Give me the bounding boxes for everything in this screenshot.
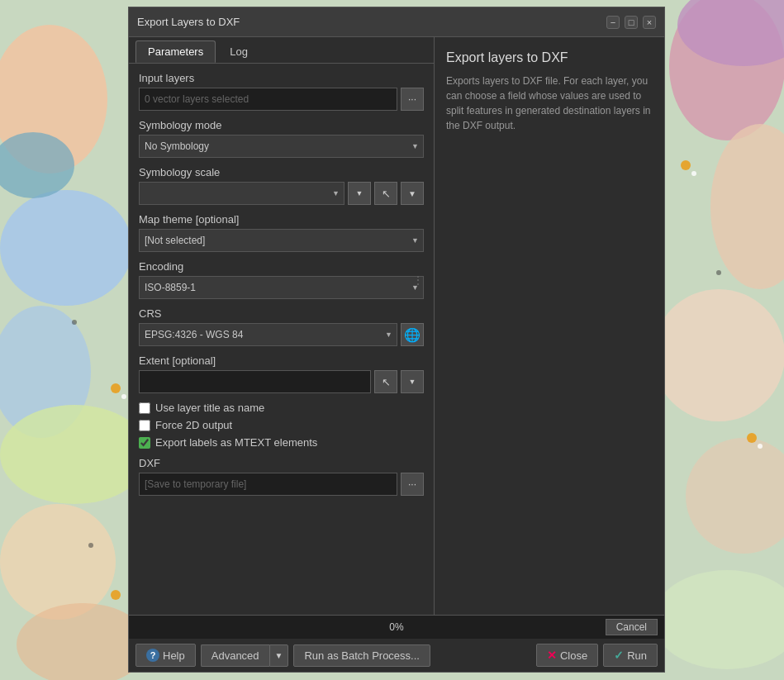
- svg-point-5: [0, 504, 116, 620]
- symbology-scale-group: Symbology scale 1:1000000 ▼ ↖ ▼: [139, 166, 424, 205]
- crs-select[interactable]: EPSG:4326 - WGS 84 EPSG:3857 - WGS 84 / …: [139, 323, 397, 346]
- title-bar: Export Layers to DXF − □ ×: [129, 7, 664, 37]
- close-x-icon: ✕: [547, 649, 557, 662]
- dialog-title: Export Layers to DXF: [137, 16, 240, 28]
- help-button-label: Help: [163, 649, 185, 662]
- svg-point-12: [681, 160, 691, 170]
- encoding-label: Encoding: [139, 260, 424, 273]
- dxf-browse-button[interactable]: ···: [401, 473, 424, 496]
- svg-point-21: [716, 270, 721, 275]
- help-title: Export layers to DXF: [446, 50, 653, 65]
- svg-point-13: [691, 171, 696, 176]
- help-description: Exports layers to DXF file. For each lay…: [446, 74, 653, 133]
- encoding-select[interactable]: ISO-8859-1 UTF-8 System: [139, 276, 424, 299]
- encoding-drag-handle: ⋮: [412, 273, 422, 287]
- scale-extra-button[interactable]: ▼: [401, 182, 424, 205]
- extent-label: Extent [optional]: [139, 354, 424, 367]
- check-use-layer-title-row: Use layer title as name: [139, 402, 424, 414]
- symbology-scale-row: 1:1000000 ▼ ↖ ▼: [139, 182, 424, 205]
- extent-row: Not set ↖ ▼: [139, 370, 424, 393]
- symbology-scale-label: Symbology scale: [139, 166, 424, 178]
- check-force-2d[interactable]: [139, 420, 150, 431]
- map-theme-select-wrapper: [Not selected]: [139, 229, 424, 252]
- help-button[interactable]: ? Help: [135, 644, 196, 667]
- progress-bar-container: 0% Cancel: [129, 616, 664, 639]
- dxf-group: DXF ···: [139, 457, 424, 496]
- input-layers-browse-button[interactable]: ···: [401, 88, 424, 111]
- encoding-group: Encoding ISO-8859-1 UTF-8 System ⋮: [139, 260, 424, 299]
- check-export-labels[interactable]: [139, 437, 150, 449]
- scale-input[interactable]: 1:1000000: [139, 182, 344, 205]
- map-theme-label: Map theme [optional]: [139, 213, 424, 226]
- cursor-icon: ↖: [382, 188, 391, 200]
- crs-group: CRS EPSG:4326 - WGS 84 EPSG:3857 - WGS 8…: [139, 307, 424, 346]
- help-icon: ?: [146, 649, 159, 662]
- extent-cursor-button[interactable]: ↖: [374, 370, 397, 393]
- right-panel: Export layers to DXF Exports layers to D…: [435, 37, 664, 615]
- tabs: Parameters Log: [129, 37, 434, 64]
- tab-log[interactable]: Log: [217, 40, 260, 63]
- scale-cursor-button[interactable]: ↖: [374, 182, 397, 205]
- svg-point-18: [111, 590, 121, 600]
- crs-label: CRS: [139, 307, 424, 320]
- run-button-label: Run: [627, 649, 647, 662]
- advanced-arrow-button[interactable]: ▼: [269, 644, 289, 667]
- symbology-mode-group: Symbology mode No Symbology Feature Symb…: [139, 119, 424, 158]
- close-button-label: Close: [560, 649, 587, 662]
- tab-parameters[interactable]: Parameters: [135, 40, 216, 63]
- svg-point-9: [653, 289, 784, 421]
- check-force-2d-label: Force 2D output: [155, 419, 232, 431]
- bottom-buttons: ? Help Advanced ▼ Run as Batch Process..…: [129, 639, 664, 672]
- cancel-button[interactable]: Cancel: [606, 619, 658, 635]
- extent-dropdown-button[interactable]: ▼: [401, 370, 424, 393]
- extent-group: Extent [optional] Not set ↖ ▼: [139, 354, 424, 393]
- svg-point-4: [0, 405, 149, 504]
- close-window-button[interactable]: ×: [643, 16, 656, 29]
- encoding-select-wrapper: ISO-8859-1 UTF-8 System: [139, 276, 424, 299]
- crs-row: EPSG:4326 - WGS 84 EPSG:3857 - WGS 84 / …: [139, 323, 424, 346]
- minimize-button[interactable]: −: [606, 16, 620, 29]
- bottom-area: 0% Cancel ? Help Advanced ▼ Run as Batch…: [129, 615, 664, 672]
- svg-point-14: [747, 433, 757, 443]
- dialog-body: Parameters Log Input layers ···: [129, 37, 664, 615]
- dxf-label: DXF: [139, 457, 424, 469]
- dxf-input[interactable]: [139, 473, 397, 496]
- progress-label: 0%: [389, 621, 403, 633]
- scale-dropdown-button[interactable]: ▼: [348, 182, 371, 205]
- advanced-dropdown: Advanced ▼: [201, 644, 289, 667]
- batch-process-button[interactable]: Run as Batch Process...: [293, 644, 430, 667]
- svg-point-15: [758, 444, 763, 449]
- svg-point-20: [88, 543, 93, 548]
- svg-point-17: [121, 394, 126, 399]
- restore-button[interactable]: □: [625, 16, 638, 29]
- symbology-mode-select-wrapper: No Symbology Feature Symbology Symbol La…: [139, 135, 424, 158]
- check-export-labels-row: Export labels as MTEXT elements: [139, 436, 424, 449]
- svg-point-2: [0, 190, 132, 306]
- input-layers-field[interactable]: [139, 88, 397, 111]
- checkboxes-group: Use layer title as name Force 2D output …: [139, 402, 424, 449]
- run-button[interactable]: ✓ Run: [603, 644, 658, 667]
- check-force-2d-row: Force 2D output: [139, 419, 424, 431]
- map-theme-group: Map theme [optional] [Not selected]: [139, 213, 424, 252]
- check-use-layer-title[interactable]: [139, 402, 150, 414]
- map-theme-select[interactable]: [Not selected]: [139, 229, 424, 252]
- crs-globe-button[interactable]: 🌐: [401, 323, 424, 346]
- svg-point-19: [72, 320, 77, 325]
- params-area: Input layers ··· Symbology mode No Symbo…: [129, 64, 434, 615]
- run-check-icon: ✓: [614, 649, 624, 662]
- check-export-labels-label: Export labels as MTEXT elements: [155, 436, 317, 449]
- svg-point-16: [111, 383, 121, 393]
- input-layers-label: Input layers: [139, 72, 424, 84]
- check-use-layer-title-label: Use layer title as name: [155, 402, 264, 414]
- symbology-mode-label: Symbology mode: [139, 119, 424, 131]
- symbology-mode-select[interactable]: No Symbology Feature Symbology Symbol La…: [139, 135, 424, 158]
- dialog: Export Layers to DXF − □ × Parameters Lo…: [128, 7, 665, 673]
- dxf-row: ···: [139, 473, 424, 496]
- extent-cursor-icon: ↖: [382, 376, 391, 388]
- input-layers-group: Input layers ···: [139, 72, 424, 111]
- scale-select-wrapper: 1:1000000: [139, 182, 344, 205]
- close-button[interactable]: ✕ Close: [536, 644, 598, 667]
- input-layers-row: ···: [139, 88, 424, 111]
- advanced-button[interactable]: Advanced: [201, 644, 269, 667]
- extent-input[interactable]: Not set: [139, 370, 371, 393]
